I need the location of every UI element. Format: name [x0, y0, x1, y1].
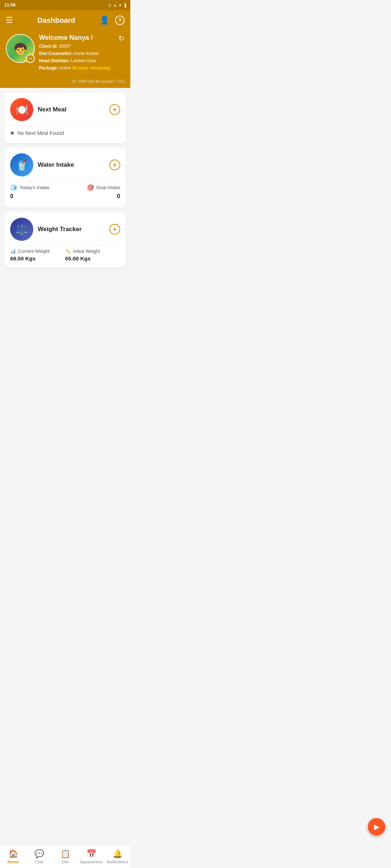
- signal-icon: ▲: [113, 3, 117, 7]
- client-id-value: 30597: [59, 44, 71, 49]
- today-intake-icon: 🧊: [10, 184, 17, 191]
- weight-tracker-header: ⚖️ Weight Tracker +: [10, 218, 120, 241]
- head-dietitian-label: Head Dietitian:: [39, 58, 70, 63]
- current-weight-label: 📊 Current Weight: [10, 248, 65, 254]
- weight-tracker-icon: ⚖️: [10, 218, 33, 241]
- page-title: Dashboard: [37, 16, 75, 25]
- head-dietitian-value: Lavleen Kaur: [71, 58, 96, 63]
- diet-counsellor-row: Diet Counsellor: Annie Katare: [39, 50, 125, 57]
- status-bar: 11:58 🔒 ▲ ▼ ▐: [0, 0, 130, 10]
- edit-avatar-button[interactable]: ✏: [26, 54, 35, 63]
- water-intake-header-left: 🥤 Water Intake: [10, 153, 74, 176]
- lock-icon: 🔒: [108, 3, 112, 7]
- goal-intake-icon: 🎯: [87, 184, 94, 191]
- header-actions: 👤 ?: [100, 16, 125, 25]
- client-id-label: Client Id:: [39, 44, 58, 49]
- status-icons: 🔒 ▲ ▼ ▐: [108, 3, 126, 7]
- add-weight-icon: +: [113, 226, 117, 233]
- battery-icon: ▐: [123, 3, 126, 7]
- cards-container: 🍽️ Next Meal + ✖ No Next Meal Found 🥤 Wa…: [0, 88, 130, 296]
- profile-icon[interactable]: 👤: [100, 16, 109, 25]
- water-intake-header: 🥤 Water Intake +: [10, 153, 120, 176]
- help-icon[interactable]: ?: [115, 16, 125, 25]
- package-status: Active: [59, 65, 71, 71]
- goal-intake-value: 0: [117, 193, 120, 200]
- intake-values-row: 0 0: [10, 193, 120, 200]
- no-meal-message: ✖ No Next Meal Found: [10, 129, 120, 137]
- diet-counsellor-value: Annie Katare: [73, 51, 98, 56]
- status-time: 11:58: [4, 3, 16, 8]
- welcome-text: Welcome Nanya !: [39, 34, 93, 42]
- add-meal-icon: +: [113, 106, 117, 114]
- add-water-button[interactable]: +: [109, 159, 120, 170]
- head-dietitian-row: Head Dietitian: Lavleen Kaur: [39, 58, 125, 64]
- next-meal-card: 🍽️ Next Meal + ✖ No Next Meal Found: [4, 92, 126, 143]
- utensils-icon: ✖: [10, 130, 14, 136]
- avatar-container: 🧒 ✏: [6, 34, 35, 63]
- diet-counsellor-label: Diet Counsellor:: [39, 51, 73, 56]
- profile-section: 🧒 ✏ Welcome Nanya ! ↻ Client Id: 30597 D…: [0, 30, 130, 78]
- package-row: Package: Active 69 days remaining: [39, 65, 125, 71]
- current-weight-value: 68.00 Kgs: [10, 255, 65, 261]
- add-weight-button[interactable]: +: [109, 224, 120, 235]
- initial-weight-col: 🏷️ Initial Weight 65.00 Kgs: [65, 248, 120, 261]
- client-id-row: Client Id: 30597: [39, 43, 125, 50]
- profile-info: Welcome Nanya ! ↻ Client Id: 30597 Diet …: [39, 34, 125, 72]
- current-weight-label-text: Current Weight: [18, 248, 50, 254]
- water-intake-title: Water Intake: [38, 161, 74, 169]
- water-intake-icon: 🥤: [10, 153, 33, 176]
- current-weight-icon: 📊: [10, 248, 16, 254]
- pencil-icon: ✏: [29, 56, 32, 61]
- weight-tracker-header-left: ⚖️ Weight Tracker: [10, 218, 82, 241]
- refresh-button[interactable]: ↻: [118, 34, 125, 43]
- next-meal-header-left: 🍽️ Next Meal: [10, 98, 66, 121]
- menu-icon[interactable]: ☰: [6, 16, 13, 25]
- tz-text: TZ: GMT+05:30 version: 7.0.5: [71, 79, 125, 84]
- initial-weight-label-text: Initial Weight: [73, 248, 100, 254]
- goal-label-text: Goal Intake: [96, 185, 121, 190]
- initial-weight-label: 🏷️ Initial Weight: [65, 248, 120, 254]
- today-intake-value: 0: [10, 193, 13, 200]
- add-meal-button[interactable]: +: [109, 104, 120, 115]
- package-label: Package:: [39, 65, 58, 71]
- header: ☰ Dashboard 👤 ?: [0, 10, 130, 30]
- wifi-icon: ▼: [118, 3, 122, 7]
- today-intake-label: 🧊 Today's Intake: [10, 184, 50, 191]
- goal-intake-label: 🎯 Goal Intake: [87, 184, 121, 191]
- next-meal-title: Next Meal: [38, 106, 66, 113]
- water-intake-card: 🥤 Water Intake + 🧊 Today's Intake 🎯 Goal…: [4, 148, 126, 208]
- no-meal-text: No Next Meal Found: [17, 130, 64, 136]
- next-meal-divider: [10, 125, 120, 126]
- current-weight-col: 📊 Current Weight 68.00 Kgs: [10, 248, 65, 261]
- intake-labels-row: 🧊 Today's Intake 🎯 Goal Intake: [10, 184, 120, 191]
- initial-weight-icon: 🏷️: [65, 248, 71, 254]
- weight-tracker-card: ⚖️ Weight Tracker + 📊 Current Weight 68.…: [4, 212, 126, 267]
- weight-divider: [10, 245, 120, 246]
- add-water-icon: +: [113, 161, 117, 169]
- today-label-text: Today's Intake: [20, 185, 50, 190]
- weight-labels-row: 📊 Current Weight 68.00 Kgs 🏷️ Initial We…: [10, 248, 120, 261]
- water-divider: [10, 181, 120, 181]
- next-meal-header: 🍽️ Next Meal +: [10, 98, 120, 121]
- weight-tracker-title: Weight Tracker: [38, 226, 82, 233]
- days-remaining: 69 days remaining: [72, 65, 110, 71]
- initial-weight-value: 65.00 Kgs: [65, 255, 120, 261]
- next-meal-icon: 🍽️: [10, 98, 33, 121]
- tz-info: TZ: GMT+05:30 version: 7.0.5: [0, 78, 130, 88]
